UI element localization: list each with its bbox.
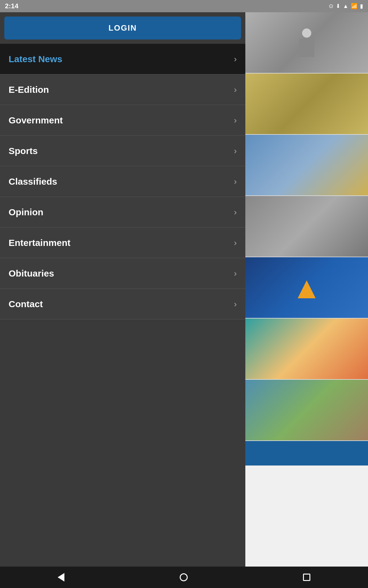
thumbnail-bus[interactable] <box>245 135 368 196</box>
nav-item-entertainment[interactable]: Entertainment › <box>0 228 245 258</box>
nav-label-opinion: Opinion <box>9 207 43 217</box>
status-bar: 2:14 ⊙ ⬇ ▲ 📶 ▮ <box>0 0 368 12</box>
nav-items-list: Latest News › E-Edition › Government › S… <box>0 44 245 567</box>
right-panel: ▲ <box>245 12 368 567</box>
thumbnail-money[interactable] <box>245 74 368 135</box>
signal-icon: 📶 <box>351 3 358 9</box>
nav-label-sports: Sports <box>9 146 38 156</box>
man-silhouette <box>299 28 314 57</box>
nav-label-contact: Contact <box>9 299 43 309</box>
chevron-right-icon: › <box>234 177 237 187</box>
nav-item-latest-news[interactable]: Latest News › <box>0 44 245 74</box>
nav-item-opinion[interactable]: Opinion › <box>0 197 245 228</box>
status-icons: ⊙ ⬇ ▲ 📶 ▮ <box>329 3 363 9</box>
chevron-right-icon: › <box>234 238 237 248</box>
nav-panel: LOGIN Latest News › E-Edition › Governme… <box>0 12 245 567</box>
main-container: LOGIN Latest News › E-Edition › Governme… <box>0 12 368 567</box>
chevron-right-icon: › <box>234 54 237 64</box>
nav-label-entertainment: Entertainment <box>9 238 71 248</box>
thumbnail-man[interactable] <box>245 12 368 74</box>
thumbnail-landscape[interactable] <box>245 380 368 441</box>
thumbnail-classroom[interactable] <box>245 318 368 380</box>
status-time: 2:14 <box>5 2 18 10</box>
chevron-right-icon: › <box>234 85 237 95</box>
recent-apps-button[interactable] <box>303 574 310 581</box>
login-button-wrapper: LOGIN <box>0 12 245 44</box>
wifi-icon: ▲ <box>343 3 348 9</box>
nav-item-e-edition[interactable]: E-Edition › <box>0 74 245 105</box>
nav-item-government[interactable]: Government › <box>0 105 245 136</box>
login-button[interactable]: LOGIN <box>4 17 241 40</box>
thumbnail-wv-logo[interactable]: ▲ <box>245 257 368 318</box>
chevron-right-icon: › <box>234 207 237 217</box>
chevron-right-icon: › <box>234 269 237 278</box>
chevron-right-icon: › <box>234 115 237 125</box>
battery-icon: ▮ <box>360 3 363 9</box>
nav-label-government: Government <box>9 115 63 126</box>
thumbnail-animal[interactable] <box>245 196 368 257</box>
download-icon: ⬇ <box>336 3 340 9</box>
nav-item-contact[interactable]: Contact › <box>0 289 245 319</box>
nav-label-classifieds: Classifieds <box>9 176 57 187</box>
nav-label-obituaries: Obituaries <box>9 268 54 279</box>
nav-label-latest-news: Latest News <box>9 54 62 64</box>
nav-item-sports[interactable]: Sports › <box>0 136 245 166</box>
back-button[interactable] <box>58 573 64 582</box>
android-nav-bar <box>0 567 368 588</box>
chevron-right-icon: › <box>234 299 237 309</box>
chevron-right-icon: › <box>234 146 237 156</box>
home-button[interactable] <box>180 573 188 581</box>
wv-logo-shape: ▲ <box>292 270 322 305</box>
nav-label-e-edition: E-Edition <box>9 85 49 95</box>
blue-bar <box>245 441 368 466</box>
pocketcasts-icon: ⊙ <box>329 3 333 9</box>
nav-item-obituaries[interactable]: Obituaries › <box>0 258 245 289</box>
nav-item-classifieds[interactable]: Classifieds › <box>0 166 245 197</box>
